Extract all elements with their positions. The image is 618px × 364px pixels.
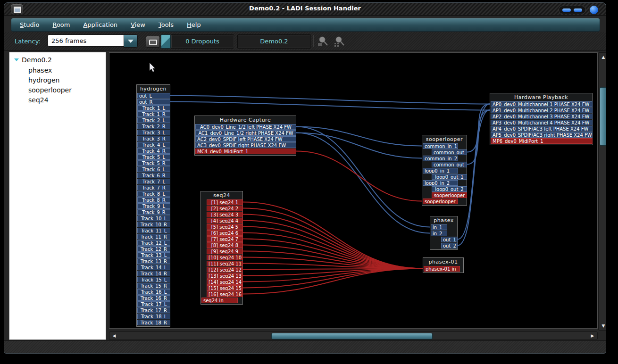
port-AC3[interactable]: AC3_dev0_SPDIF right PHASE X24 FW [195, 142, 296, 148]
port-t8r[interactable]: Track_8_R [137, 197, 170, 203]
patchbay-canvas[interactable]: hydrogenout_Lout_RTrack_1_LTrack_1_RTrac… [109, 52, 598, 329]
port-s12[interactable]: [12] seq24 12 [207, 267, 243, 273]
port-t10r[interactable]: Track_10_R [137, 222, 170, 227]
port-t5l[interactable]: Track_5_L [137, 154, 170, 160]
close-button[interactable] [589, 5, 599, 15]
port-s14[interactable]: [14] seq24 14 [207, 279, 243, 285]
port-t6l[interactable]: Track_6_L [137, 166, 170, 172]
port-t9r[interactable]: Track_9_R [137, 209, 170, 215]
minimize-button[interactable] [562, 8, 571, 12]
port-sin[interactable]: seq24 in [201, 298, 238, 303]
port-t2r[interactable]: Track_2_R [137, 124, 170, 129]
port-t8l[interactable]: Track_8_L [137, 191, 170, 197]
dropouts-reset-button[interactable] [146, 36, 160, 48]
horizontal-scroll-thumb[interactable] [271, 333, 433, 339]
zoom-fit-button[interactable] [316, 35, 330, 48]
port-AP3[interactable]: AP3_dev0_Multichannel 4 PHASE X24 FW [491, 120, 593, 125]
port-t6r[interactable]: Track_6_R [137, 173, 170, 178]
tree-item-root[interactable]: Demo0.2 [22, 56, 106, 64]
port-t1l[interactable]: Track_1_L [137, 105, 170, 111]
port-common_out_1[interactable]: common_out_1 [432, 149, 467, 155]
port-t5r[interactable]: Track_5_R [137, 160, 170, 166]
scroll-up-button[interactable]: ▲ [599, 53, 606, 61]
canvas-node-sooperlooper[interactable]: sooperloopercommon_in_1common_out_1commo… [422, 135, 467, 206]
port-AP5[interactable]: AP5_dev0_SPDIF/AC3 right PHASE X24 FW [491, 132, 593, 138]
port-t18l[interactable]: Track_18_L [137, 314, 170, 319]
port-t4l[interactable]: Track_4_L [137, 142, 170, 148]
port-t14r[interactable]: Track_14_R [137, 271, 170, 276]
port-out_1[interactable]: out_1 [441, 237, 458, 242]
port-common_in_2[interactable]: common_in_2 [423, 156, 458, 161]
port-loop0_in_2[interactable]: loop0_in_2 [423, 180, 458, 186]
port-in_1[interactable]: in_1 [431, 224, 447, 230]
port-s7[interactable]: [7] seq24 7 [207, 236, 243, 242]
port-t15l[interactable]: Track_15_L [137, 277, 170, 282]
port-AC0[interactable]: AC0_dev0_Line_1/2 left PHASE X24 FW [195, 124, 296, 130]
port-t16r[interactable]: Track_16_R [137, 295, 170, 301]
port-t12r[interactable]: Track_12_R [137, 246, 170, 252]
port-t13r[interactable]: Track_13_R [137, 258, 170, 264]
port-loop0_out_2[interactable]: loop0_out_2 [432, 186, 467, 192]
port-AC1[interactable]: AC1_dev0_Line_1/2 right PHASE X24 FW [195, 130, 296, 136]
port-t9l[interactable]: Track_9_L [137, 203, 170, 209]
port-s4[interactable]: [4] seq24 4 [207, 218, 243, 223]
port-AP4[interactable]: AP4_dev0_SPDIF/AC3 left PHASE X24 FW [491, 126, 593, 132]
port-loop0_in_1[interactable]: loop0_in_1 [423, 168, 458, 174]
port-out_L[interactable]: out_L [137, 93, 170, 99]
port-t4r[interactable]: Track_4_R [137, 148, 170, 154]
tree-item-hydrogen[interactable]: hydrogen [28, 76, 106, 84]
port-in_2[interactable]: in_2 [431, 231, 447, 236]
port-out_2[interactable]: out_2 [441, 243, 458, 248]
title-bar[interactable]: Demo0.2 - LADI Session Handler [4, 3, 606, 16]
canvas-node-hydrogen[interactable]: hydrogenout_Lout_RTrack_1_LTrack_1_RTrac… [136, 84, 170, 327]
canvas-node-hw_playback[interactable]: Hardware PlaybackAP0_dev0_Multichannel 1… [490, 93, 593, 145]
canvas-node-seq24[interactable]: seq24[1] seq24 1[2] seq24 2[3] seq24 3[4… [200, 191, 243, 305]
port-t13l[interactable]: Track_13_L [137, 252, 170, 258]
port-s8[interactable]: [8] seq24 8 [207, 242, 243, 248]
port-s3[interactable]: [3] seq24 3 [207, 212, 243, 217]
latency-value[interactable]: 256 frames [48, 34, 124, 47]
port-t17r[interactable]: Track_17_R [137, 307, 170, 313]
port-midi_out[interactable]: sooperlooper [432, 192, 467, 198]
port-t12l[interactable]: Track_12_L [137, 240, 170, 246]
port-s5[interactable]: [5] seq24 5 [207, 224, 243, 230]
vertical-scrollbar[interactable]: ▲ ▼ [598, 52, 606, 331]
canvas-node-hw_capture[interactable]: Hardware CaptureAC0_dev0_Line_1/2 left P… [194, 116, 296, 156]
zoom-selection-button[interactable] [332, 35, 346, 48]
horizontal-scrollbar[interactable]: ◀ ▶ [109, 331, 598, 340]
port-t14l[interactable]: Track_14_L [137, 265, 170, 270]
port-t10l[interactable]: Track_10_L [137, 215, 170, 221]
tree-item-sooperlooper[interactable]: sooperlooper [28, 86, 106, 94]
port-common_out_2[interactable]: common_out_2 [432, 162, 467, 167]
menu-tools[interactable]: Tools [154, 20, 178, 30]
port-t15r[interactable]: Track_15_R [137, 283, 170, 289]
port-AC2[interactable]: AC2_dev0_SPDIF left PHASE X24 FW [195, 136, 296, 142]
port-t18r[interactable]: Track_18_R [137, 320, 170, 325]
port-midi_in[interactable]: sooperlooper [423, 199, 458, 204]
port-t2l[interactable]: Track_2_L [137, 117, 170, 123]
port-t7r[interactable]: Track_7_R [137, 185, 170, 190]
tree-item-phasex[interactable]: phasex [28, 66, 106, 74]
port-in[interactable]: phasex-01 in [424, 266, 460, 272]
port-s9[interactable]: [9] seq24 9 [207, 248, 243, 254]
canvas-node-phasex[interactable]: phasexin_1in_2out_1out_2 [430, 216, 458, 250]
menu-help[interactable]: Help [182, 20, 206, 30]
port-s6[interactable]: [6] seq24 6 [207, 230, 243, 236]
maximize-button[interactable] [574, 8, 582, 12]
port-t3l[interactable]: Track_3_L [137, 130, 170, 135]
port-AP1[interactable]: AP1_dev0_Multichannel 2 PHASE X24 FW [491, 108, 593, 113]
expander-icon[interactable] [14, 58, 19, 61]
port-MC4[interactable]: MC4_dev0_MidiPort_1 [195, 149, 296, 154]
port-t7l[interactable]: Track_7_L [137, 179, 170, 184]
canvas-node-phasex01[interactable]: phasex-01phasex-01 in [423, 257, 464, 273]
port-s1[interactable]: [1] seq24 1 [207, 199, 243, 205]
port-AP2[interactable]: AP2_dev0_Multichannel 3 PHASE X24 FW [491, 114, 593, 119]
port-loop0_out_1[interactable]: loop0_out_1 [432, 174, 467, 180]
port-t11r[interactable]: Track_11_R [137, 234, 170, 240]
port-t3r[interactable]: Track_3_R [137, 136, 170, 141]
port-t1r[interactable]: Track_1_R [137, 111, 170, 117]
scroll-left-button[interactable]: ◀ [110, 332, 118, 339]
port-s10[interactable]: [10] seq24 10 [207, 255, 243, 260]
scroll-down-button[interactable]: ▼ [599, 322, 606, 330]
menu-room[interactable]: Room [48, 20, 75, 30]
